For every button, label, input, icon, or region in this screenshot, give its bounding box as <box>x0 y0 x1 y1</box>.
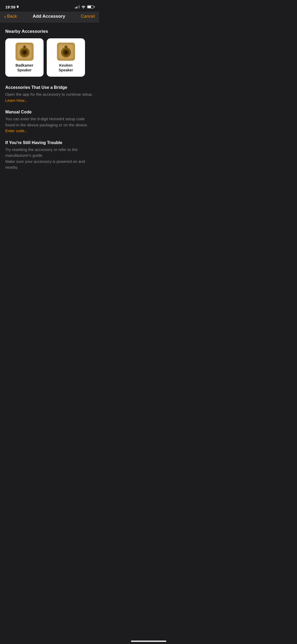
trouble-body-text-2: Make sure your accessory is powered on a… <box>5 159 85 170</box>
back-label: Back <box>7 14 17 19</box>
main-content: Nearby Accessories BadkamerSpeaker <box>0 22 99 183</box>
keuken-speaker-card[interactable]: KeukenSpeaker <box>47 38 85 77</box>
page-title: Add Accessory <box>33 14 65 19</box>
bridge-body: Open the app for the accessory to contin… <box>5 91 94 103</box>
back-button[interactable]: ‹ Back <box>4 14 17 19</box>
manual-code-body: You can enter the 8-digit HomeKit setup … <box>5 116 94 134</box>
svg-point-15 <box>65 46 67 48</box>
svg-point-7 <box>24 46 25 48</box>
badkamer-speaker-name: BadkamerSpeaker <box>16 63 34 72</box>
trouble-section: If You're Still Having Trouble Try reset… <box>5 140 94 171</box>
manual-code-heading: Manual Code <box>5 110 94 114</box>
keuken-speaker-name: KeukenSpeaker <box>59 63 73 72</box>
battery-fill <box>88 6 91 8</box>
signal-bars <box>75 5 80 8</box>
svg-point-13 <box>65 52 67 53</box>
status-bar: 19:59 <box>0 0 99 12</box>
svg-point-5 <box>24 52 25 53</box>
enter-code-link[interactable]: Enter code... <box>5 128 28 133</box>
nearby-accessories-section: Nearby Accessories BadkamerSpeaker <box>5 29 94 77</box>
signal-bar-4 <box>79 5 80 8</box>
battery-icon <box>87 5 94 8</box>
trouble-body: Try resetting the accessory or refer to … <box>5 147 94 171</box>
accessory-grid: BadkamerSpeaker KeukenSpeaker <box>5 38 94 77</box>
speaker-icon-2 <box>57 43 75 61</box>
time-label: 19:59 <box>5 5 15 9</box>
signal-bar-1 <box>75 7 76 8</box>
back-chevron-icon: ‹ <box>4 14 6 19</box>
badkamer-speaker-card[interactable]: BadkamerSpeaker <box>5 38 44 77</box>
status-time: 19:59 <box>5 5 19 9</box>
signal-bar-3 <box>78 6 78 8</box>
nearby-section-heading: Nearby Accessories <box>5 29 94 34</box>
learn-how-link[interactable]: Learn How... <box>5 98 27 103</box>
bridge-heading: Accessories That Use a Bridge <box>5 85 94 90</box>
manual-code-section: Manual Code You can enter the 8-digit Ho… <box>5 110 94 134</box>
bridge-section: Accessories That Use a Bridge Open the a… <box>5 85 94 103</box>
cancel-button[interactable]: Cancel <box>81 14 95 19</box>
bridge-body-text: Open the app for the accessory to contin… <box>5 92 93 96</box>
status-icons <box>75 5 94 8</box>
trouble-heading: If You're Still Having Trouble <box>5 140 94 145</box>
wifi-icon <box>81 5 86 8</box>
nav-bar: ‹ Back Add Accessory Cancel <box>0 12 99 22</box>
speaker-icon-1 <box>15 43 34 61</box>
trouble-body-text-1: Try resetting the accessory or refer to … <box>5 147 78 158</box>
signal-bar-2 <box>76 7 77 8</box>
manual-code-body-text: You can enter the 8-digit HomeKit setup … <box>5 117 88 127</box>
location-icon <box>16 6 19 8</box>
